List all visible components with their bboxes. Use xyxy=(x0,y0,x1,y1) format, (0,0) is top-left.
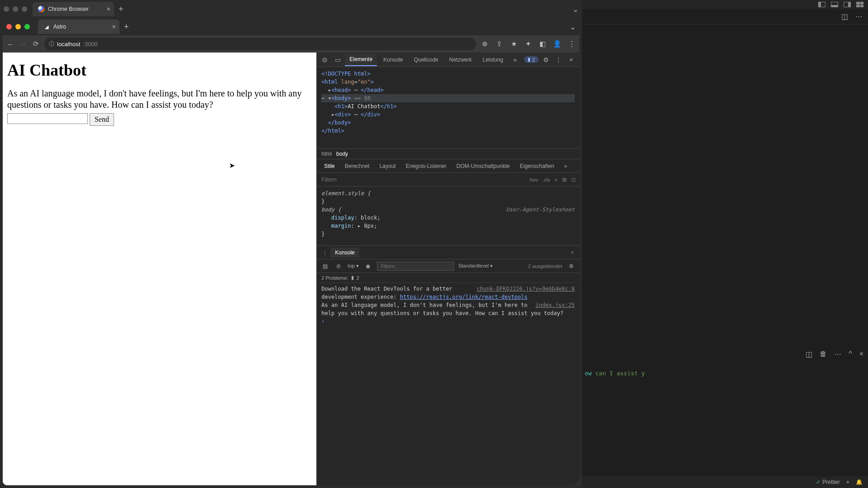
log-source-link[interactable]: chunk-DFKQJ226.js?v=9e6b4e8c:8 xyxy=(477,285,575,293)
live-expression-icon[interactable]: ◉ xyxy=(363,263,372,269)
close-window-button[interactable] xyxy=(6,24,12,29)
css-prop-display[interactable]: display xyxy=(331,215,354,221)
tab-performance[interactable]: Leistung xyxy=(478,54,508,66)
tabs-dropdown-icon[interactable]: ⌄ xyxy=(572,5,578,14)
element-style-selector[interactable]: element.style { xyxy=(321,190,370,196)
tab-computed[interactable]: Berechnet xyxy=(340,160,374,172)
outer-browser-window: Chrome Browser × + ⌄ ◢ Astro × + ⌄ xyxy=(0,0,582,488)
tab-layout[interactable]: Layout xyxy=(375,160,400,172)
prettier-status[interactable]: ✓ Prettier xyxy=(816,479,840,485)
new-tab-button[interactable]: + xyxy=(119,22,134,32)
panel-bottom-icon[interactable] xyxy=(831,2,838,7)
close-drawer-icon[interactable]: × xyxy=(568,249,577,256)
layout-grid-icon[interactable] xyxy=(856,2,863,7)
reload-button[interactable]: ⟳ xyxy=(32,40,40,48)
execution-context[interactable]: top ▾ xyxy=(348,263,358,269)
tab-properties[interactable]: Eigenschaften xyxy=(515,160,559,172)
elements-tree[interactable]: <!DOCTYPE html> <html lang="en"> ▸<head>… xyxy=(317,67,579,148)
tab-console[interactable]: Konsole xyxy=(379,54,407,66)
drawer-tab-console[interactable]: Konsole xyxy=(330,248,359,258)
tab-dom-breakpoints[interactable]: DOM-Umschaltpunkte xyxy=(452,160,514,172)
new-tab-button[interactable]: + xyxy=(114,5,128,14)
inspect-element-icon[interactable]: ⯐ xyxy=(320,56,330,63)
chrome-icon xyxy=(38,6,44,12)
maximize-window-button[interactable] xyxy=(24,24,30,29)
ellipsis-icon[interactable]: ⋯ xyxy=(834,350,841,359)
page-heading: AI Chatbot xyxy=(7,61,312,80)
more-tabs-icon[interactable]: » xyxy=(510,56,520,63)
cls-toggle[interactable]: .cls xyxy=(543,177,550,182)
console-settings-icon[interactable]: ⚙ xyxy=(567,263,576,269)
panel-layout-icon[interactable]: ◫ xyxy=(806,350,812,359)
maximize-window-button[interactable] xyxy=(22,6,27,12)
outer-browser-tab[interactable]: Chrome Browser × xyxy=(33,2,114,16)
panel-left-icon[interactable] xyxy=(818,2,825,7)
drawer-menu-icon[interactable]: ⋮ xyxy=(320,249,330,256)
profile-icon[interactable]: 👤 xyxy=(553,40,561,48)
site-info-icon[interactable]: ⓘ xyxy=(49,40,54,48)
chat-input[interactable] xyxy=(7,113,88,124)
settings-icon[interactable]: ⚙ xyxy=(540,56,551,63)
close-window-button[interactable] xyxy=(4,6,9,12)
more-styles-tabs-icon[interactable]: » xyxy=(560,160,572,172)
console-log[interactable]: chunk-DFKQJ226.js?v=9e6b4e8c:8 Download … xyxy=(317,283,579,485)
panel-right-icon[interactable] xyxy=(844,2,851,7)
console-filter-input[interactable] xyxy=(377,262,454,271)
feedback-icon[interactable]: ⌖ xyxy=(846,479,849,485)
share-icon[interactable]: ⇪ xyxy=(495,40,503,48)
breadcrumb-body[interactable]: body xyxy=(336,151,348,157)
clear-console-icon[interactable]: ⊘ xyxy=(334,263,343,269)
computed-styles-icon[interactable]: ▥ xyxy=(562,177,567,182)
issues-badge[interactable]: ▮ 2 xyxy=(524,56,539,63)
react-devtools-link[interactable]: https://reactjs.org/link/react-devtools xyxy=(400,294,528,300)
bookmark-star-icon[interactable]: ★ xyxy=(510,40,518,48)
menu-icon[interactable]: ⋮ xyxy=(568,40,576,48)
extensions-icon[interactable]: ✦ xyxy=(524,40,532,48)
close-devtools-icon[interactable]: × xyxy=(566,56,577,63)
tabs-dropdown-icon[interactable]: ⌄ xyxy=(570,23,576,31)
styles-pane[interactable]: element.style { } body {User-Agent-Style… xyxy=(317,187,579,245)
css-prop-margin[interactable]: margin xyxy=(331,223,351,229)
close-panel-icon[interactable]: × xyxy=(859,350,863,359)
split-editor-icon[interactable]: ◫ xyxy=(841,12,848,21)
body-rule-selector[interactable]: body { xyxy=(321,206,341,213)
tab-sources[interactable]: Quellcode xyxy=(409,54,443,66)
send-button[interactable]: Send xyxy=(90,113,114,126)
toggle-sidebar-icon[interactable]: ◫ xyxy=(571,177,576,182)
selected-body-node[interactable]: ⋯ ▾<body> == $0 xyxy=(321,94,575,102)
device-toggle-icon[interactable]: ▭ xyxy=(332,56,343,63)
sidepanel-icon[interactable]: ◧ xyxy=(539,40,547,48)
close-tab-icon[interactable]: × xyxy=(107,5,110,13)
forward-button[interactable]: → xyxy=(19,40,27,48)
close-tab-icon[interactable]: × xyxy=(112,23,116,30)
tab-styles[interactable]: Stile xyxy=(320,160,339,172)
styles-filter-input[interactable] xyxy=(320,176,524,183)
minimize-window-button[interactable] xyxy=(13,6,18,12)
back-button[interactable]: ← xyxy=(6,40,14,48)
log-source-link[interactable]: index.jsx:25 xyxy=(535,301,575,309)
breadcrumb-html[interactable]: html xyxy=(321,151,332,157)
bell-icon[interactable]: 🔔 xyxy=(856,479,863,485)
log-level-select[interactable]: Standardlevel ▾ xyxy=(458,263,493,269)
styles-tab-bar: Stile Berechnet Layout Ereignis-Listener… xyxy=(317,159,579,173)
url-input[interactable]: ⓘ localhost:3000 xyxy=(44,38,476,50)
tab-elements[interactable]: Elemente xyxy=(345,53,377,66)
issue-icon: ▮ xyxy=(528,57,530,62)
devtools-tab-bar: ⯐ ▭ Elemente Konsole Quellcode Netzwerk … xyxy=(317,53,579,67)
inner-browser-tab[interactable]: ◢ Astro × xyxy=(38,19,119,34)
more-actions-icon[interactable]: ⋯ xyxy=(855,12,863,21)
zoom-icon[interactable]: ⊕ xyxy=(481,40,489,48)
new-style-rule-icon[interactable]: + xyxy=(555,177,558,182)
hidden-messages[interactable]: 2 ausgeblendet xyxy=(528,263,562,269)
doctype-node[interactable]: <!DOCTYPE html> xyxy=(321,71,370,77)
console-prompt[interactable]: › xyxy=(321,317,575,325)
hov-toggle[interactable]: :hov xyxy=(529,177,538,182)
trash-icon[interactable]: 🗑 xyxy=(820,350,827,359)
chevron-up-icon[interactable]: ^ xyxy=(849,350,852,359)
kebab-menu-icon[interactable]: ⋮ xyxy=(553,56,564,63)
console-sidebar-icon[interactable]: ▤ xyxy=(320,263,329,269)
minimize-window-button[interactable] xyxy=(15,24,21,29)
issues-row[interactable]: 2 Probleme: ▮ 2 xyxy=(317,273,579,283)
tab-network[interactable]: Netzwerk xyxy=(444,54,476,66)
tab-event-listeners[interactable]: Ereignis-Listener xyxy=(401,160,451,172)
